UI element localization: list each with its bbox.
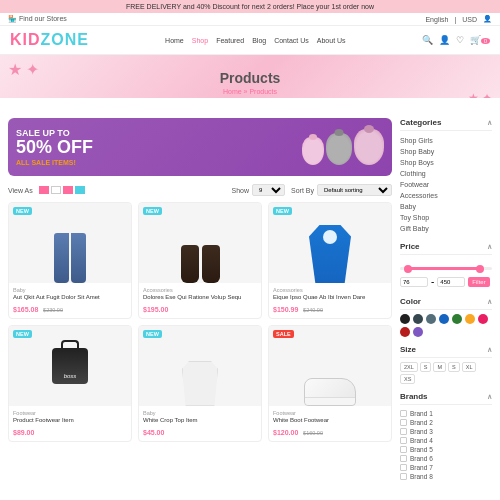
cart-icon[interactable]: 🛒0 (470, 35, 490, 45)
product-card[interactable]: NEW Baby Aut Qkit Aut Fugit Dolor Sit Am… (8, 202, 132, 319)
price-range: - Filter (400, 259, 492, 289)
sneaker-image (304, 326, 356, 406)
size-option[interactable]: XL (462, 362, 477, 372)
product-card[interactable]: NEW Accessories Dolores Ese Qui Ratione … (138, 202, 262, 319)
filter-button[interactable]: Filter (468, 277, 489, 287)
brand-item[interactable]: Brand 8 (400, 472, 492, 481)
product-card[interactable]: NEW Accessories Eique Ipso Quae Ab Ibi I… (268, 202, 392, 319)
nav-featured[interactable]: Featured (216, 37, 244, 44)
brand-item[interactable]: Brand 2 (400, 418, 492, 427)
product-image: NEW (139, 326, 261, 406)
color-swatch[interactable] (465, 314, 475, 324)
brand-item[interactable]: Brand 1 (400, 409, 492, 418)
user-avatar[interactable]: 👤 (483, 15, 492, 23)
brand-checkbox[interactable] (400, 464, 407, 471)
product-price: $45.00 (143, 429, 164, 436)
color-swatch[interactable] (452, 314, 462, 324)
grid-view-btn-3[interactable] (75, 186, 85, 194)
brand-checkbox[interactable] (400, 455, 407, 462)
color-swatch[interactable] (439, 314, 449, 324)
brand-checkbox[interactable] (400, 428, 407, 435)
categories-title[interactable]: Categories ∧ (400, 118, 492, 131)
product-card[interactable]: SALE Footwear White Boot Footwear $120.0… (268, 325, 392, 442)
toolbar: View As Show 9 18 27 Sort By Default sor… (8, 184, 392, 196)
color-swatches (400, 314, 492, 337)
price-title[interactable]: Price ∧ (400, 242, 492, 255)
product-old-price: $160.00 (303, 430, 323, 436)
store-link[interactable]: 🏪 Find our Stores (8, 15, 67, 23)
product-pricing: $165.08 $230.00 (13, 303, 127, 314)
brand-name: Brand 6 (410, 455, 433, 462)
grid-view-btn-2[interactable] (63, 186, 73, 194)
category-item[interactable]: Shop Baby (400, 146, 492, 157)
color-swatch[interactable] (400, 314, 410, 324)
size-option[interactable]: M (433, 362, 446, 372)
category-item[interactable]: Clothing (400, 168, 492, 179)
product-category: Accessories (273, 287, 387, 293)
brand-item[interactable]: Brand 4 (400, 436, 492, 445)
size-option[interactable]: XS (400, 374, 415, 384)
color-swatch[interactable] (400, 327, 410, 337)
page-title: Products (220, 70, 281, 86)
color-swatch[interactable] (478, 314, 488, 324)
color-swatch[interactable] (426, 314, 436, 324)
currency-select[interactable]: USD (462, 16, 477, 23)
brand-checkbox[interactable] (400, 437, 407, 444)
brand-checkbox[interactable] (400, 410, 407, 417)
product-name: Dolores Ese Qui Ratione Volup Sequ (143, 294, 257, 302)
price-max-input[interactable] (437, 277, 465, 287)
category-item[interactable]: Baby (400, 201, 492, 212)
product-card[interactable]: NEW Baby White Crop Top Item $45.00 (138, 325, 262, 442)
show-select[interactable]: 9 18 27 (252, 184, 285, 196)
brand-item[interactable]: Brand 7 (400, 463, 492, 472)
nav-about[interactable]: About Us (317, 37, 346, 44)
category-item[interactable]: Accessories (400, 190, 492, 201)
nav-home[interactable]: Home (165, 37, 184, 44)
size-option[interactable]: S (448, 362, 460, 372)
dress-image (309, 203, 351, 283)
nav-top: 🏪 Find our Stores English | USD 👤 (0, 13, 500, 26)
size-title[interactable]: Size ∧ (400, 345, 492, 358)
search-icon[interactable]: 🔍 (422, 35, 433, 45)
list-view-btn[interactable] (51, 186, 61, 194)
wishlist-icon[interactable]: ♡ (456, 35, 464, 45)
product-old-price: $240.00 (303, 307, 323, 313)
brand-item[interactable]: Brand 5 (400, 445, 492, 454)
brand-name: Brand 3 (410, 428, 433, 435)
brand-item[interactable]: Brand 6 (400, 454, 492, 463)
slider-thumb-right[interactable] (476, 265, 484, 273)
language-select[interactable]: English (425, 16, 448, 23)
brand-checkbox[interactable] (400, 446, 407, 453)
category-item[interactable]: Shop Boys (400, 157, 492, 168)
brand-item[interactable]: Brand 3 (400, 427, 492, 436)
hero-content: Products Home » Products (220, 70, 281, 95)
size-option[interactable]: S (420, 362, 432, 372)
product-pricing: $45.00 (143, 426, 257, 437)
product-card[interactable]: NEW boss Footwear Product Footwear Item (8, 325, 132, 442)
brand-name: Brand 4 (410, 437, 433, 444)
category-item[interactable]: Shop Girls (400, 135, 492, 146)
sort-label: Sort By (291, 187, 314, 194)
badge-new: NEW (143, 207, 162, 215)
category-item[interactable]: Toy Shop (400, 212, 492, 223)
brand-checkbox[interactable] (400, 419, 407, 426)
price-min-input[interactable] (400, 277, 428, 287)
product-image: NEW (269, 203, 391, 283)
category-item[interactable]: Gift Baby (400, 223, 492, 234)
size-option[interactable]: 2XL (400, 362, 418, 372)
category-item[interactable]: Footwear (400, 179, 492, 190)
sort-select[interactable]: Default sorting Price: Low to High Price… (317, 184, 392, 196)
size-section: Size ∧ 2XLSMSXLXS (400, 345, 492, 384)
color-swatch[interactable] (413, 314, 423, 324)
color-swatch[interactable] (413, 327, 423, 337)
nav-contact[interactable]: Contact Us (274, 37, 309, 44)
brands-title[interactable]: Brands ∧ (400, 392, 492, 405)
grid-view-btn[interactable] (39, 186, 49, 194)
nav-shop[interactable]: Shop (192, 37, 208, 44)
brand-checkbox[interactable] (400, 473, 407, 480)
nav-blog[interactable]: Blog (252, 37, 266, 44)
slider-thumb-left[interactable] (404, 265, 412, 273)
color-title[interactable]: Color ∧ (400, 297, 492, 310)
breadcrumb-home[interactable]: Home (223, 88, 242, 95)
account-icon[interactable]: 👤 (439, 35, 450, 45)
